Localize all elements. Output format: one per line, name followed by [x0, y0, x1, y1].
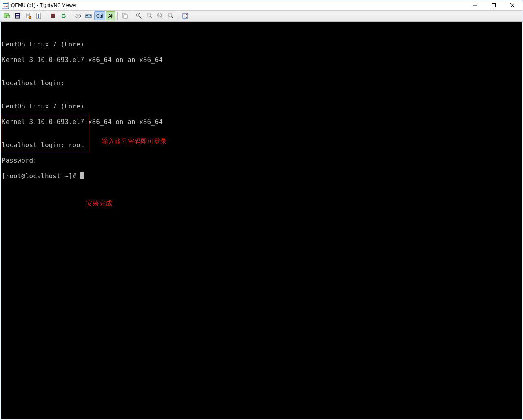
zoom-out-button[interactable]	[145, 11, 155, 20]
shell-prompt: [root@localhost ~]#	[2, 172, 80, 180]
svg-rect-16	[53, 14, 55, 18]
svg-text:VNC: VNC	[3, 5, 9, 8]
svg-rect-8	[16, 14, 19, 15]
zoom-auto-button[interactable]	[166, 11, 176, 20]
toolbar-separator	[178, 12, 178, 20]
cursor-icon	[80, 172, 84, 179]
svg-rect-1	[3, 3, 8, 4]
toolbar-separator	[117, 12, 118, 20]
svg-text:1: 1	[158, 14, 160, 16]
save-button[interactable]	[13, 11, 22, 20]
app-icon: VNC	[2, 2, 9, 9]
svg-rect-14	[38, 15, 39, 18]
terminal-line: Kernel 3.10.0-693.el7.x86_64 on an x86_6…	[2, 118, 521, 126]
terminal-line: localhost login:	[2, 79, 521, 87]
ctrl-toggle-button[interactable]: Ctrl	[94, 11, 105, 20]
refresh-button[interactable]	[59, 11, 69, 20]
window-title: QEMU (c1) - TightVNC Viewer	[11, 2, 77, 8]
annotation-install-done: 安装完成	[86, 199, 112, 207]
terminal[interactable]: CentOS Linux 7 (Core) Kernel 3.10.0-693.…	[1, 22, 522, 419]
svg-rect-6	[7, 15, 10, 18]
close-button[interactable]	[503, 0, 522, 10]
toolbar-separator	[46, 12, 46, 20]
svg-point-13	[38, 14, 39, 15]
svg-rect-9	[16, 16, 19, 18]
terminal-line: Password:	[2, 157, 521, 164]
ctrl-alt-del-button[interactable]	[73, 11, 83, 20]
remote-framebuffer[interactable]: CentOS Linux 7 (Core) Kernel 3.10.0-693.…	[0, 22, 523, 420]
toolbar-separator	[132, 12, 132, 20]
annotation-login-hint: 输入账号密码即可登录	[102, 137, 167, 145]
file-transfer-button[interactable]	[120, 11, 130, 20]
zoom-in-button[interactable]	[134, 11, 144, 20]
toolbar-separator	[71, 12, 71, 20]
svg-rect-21	[87, 15, 88, 16]
zoom-100-button[interactable]: 1	[155, 11, 165, 20]
toolbar: Ctrl Alt 1	[0, 10, 523, 22]
send-keys-button[interactable]	[84, 11, 93, 20]
connection-info-button[interactable]	[34, 11, 44, 20]
svg-rect-4	[492, 4, 496, 7]
titlebar: VNC QEMU (c1) - TightVNC Viewer	[0, 0, 523, 10]
svg-point-18	[78, 15, 81, 17]
svg-rect-25	[124, 15, 127, 18]
svg-point-31	[170, 15, 171, 15]
svg-rect-3	[473, 5, 477, 6]
pause-button[interactable]	[48, 11, 58, 20]
svg-rect-20	[86, 15, 87, 16]
alt-toggle-button[interactable]: Alt	[106, 11, 115, 20]
terminal-line: localhost login: root	[2, 141, 521, 149]
new-connection-button[interactable]	[2, 11, 12, 20]
svg-rect-23	[90, 15, 91, 16]
vnc-window: VNC QEMU (c1) - TightVNC Viewer	[0, 0, 523, 420]
terminal-line: Kernel 3.10.0-693.el7.x86_64 on an x86_6…	[2, 56, 521, 64]
terminal-prompt-line: [root@localhost ~]#	[2, 172, 521, 180]
svg-point-11	[29, 16, 31, 19]
maximize-button[interactable]	[484, 0, 503, 10]
terminal-line: CentOS Linux 7 (Core)	[2, 40, 521, 48]
svg-rect-15	[51, 14, 53, 18]
terminal-line: CentOS Linux 7 (Core)	[2, 102, 521, 110]
fullscreen-button[interactable]	[180, 11, 190, 20]
options-button[interactable]	[23, 11, 33, 20]
svg-rect-22	[89, 15, 89, 16]
minimize-button[interactable]	[465, 0, 484, 10]
